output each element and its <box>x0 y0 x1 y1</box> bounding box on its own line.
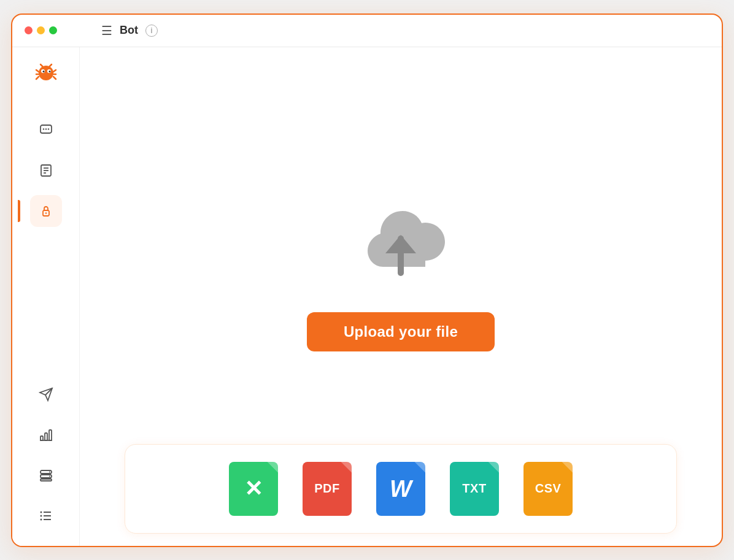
svg-point-14 <box>42 128 44 129</box>
file-type-pdf[interactable]: PDF <box>303 462 352 516</box>
file-type-xlsx[interactable]: ✕ <box>229 462 278 516</box>
page-title: Bot <box>120 24 138 37</box>
close-dot[interactable] <box>25 26 33 34</box>
content-area: Upload your file ✕ PDF <box>80 47 722 546</box>
svg-point-31 <box>49 475 50 477</box>
bug-icon <box>33 61 60 88</box>
sidebar-item-bot[interactable] <box>30 195 62 227</box>
svg-point-15 <box>45 128 46 129</box>
menu-icon[interactable]: ☰ <box>101 23 112 38</box>
sidebar-item-storage[interactable] <box>30 459 62 491</box>
chat-bubble-icon <box>39 123 53 137</box>
file-type-word[interactable]: W <box>376 462 425 516</box>
document-icon <box>39 163 53 178</box>
send-icon <box>39 387 53 402</box>
analytics-icon <box>39 428 53 442</box>
logo[interactable] <box>31 59 61 89</box>
sidebar-item-documents[interactable] <box>30 155 62 186</box>
sidebar-item-chat[interactable] <box>30 114 62 146</box>
svg-point-16 <box>47 128 48 129</box>
svg-line-6 <box>49 64 52 67</box>
sidebar-item-list[interactable] <box>30 500 62 532</box>
upload-area: Upload your file <box>307 204 495 351</box>
svg-line-5 <box>41 64 43 67</box>
svg-point-3 <box>42 71 44 72</box>
svg-point-37 <box>40 518 42 520</box>
traffic-lights <box>25 26 57 34</box>
main-layout: Upload your file ✕ PDF <box>12 47 722 546</box>
svg-rect-29 <box>41 479 52 481</box>
upload-button[interactable]: Upload your file <box>307 312 495 351</box>
list-icon <box>39 508 53 523</box>
bot-lock-icon <box>39 204 53 218</box>
svg-line-10 <box>53 70 56 72</box>
svg-point-30 <box>49 471 50 472</box>
sidebar-item-analytics[interactable] <box>30 419 62 451</box>
svg-rect-24 <box>45 433 47 440</box>
svg-rect-23 <box>41 436 43 440</box>
file-type-txt[interactable]: TXT <box>450 462 499 516</box>
svg-rect-25 <box>49 430 52 440</box>
svg-line-12 <box>53 77 56 79</box>
svg-point-4 <box>48 71 50 72</box>
info-button[interactable]: i <box>145 25 158 37</box>
svg-point-36 <box>40 515 42 516</box>
maximize-dot[interactable] <box>49 26 57 34</box>
app-window: ☰ Bot i <box>11 13 723 547</box>
file-types-panel: ✕ PDF W TXT <box>125 444 677 534</box>
storage-icon <box>39 468 53 483</box>
sidebar-item-send[interactable] <box>30 378 62 410</box>
svg-line-7 <box>36 70 39 72</box>
file-type-csv[interactable]: CSV <box>523 462 573 516</box>
titlebar: ☰ Bot i <box>12 15 722 47</box>
svg-point-22 <box>45 212 46 213</box>
minimize-dot[interactable] <box>37 26 45 34</box>
svg-line-9 <box>36 77 39 79</box>
cloud-upload-icon <box>352 204 450 290</box>
sidebar <box>12 47 80 546</box>
svg-point-35 <box>40 511 42 513</box>
